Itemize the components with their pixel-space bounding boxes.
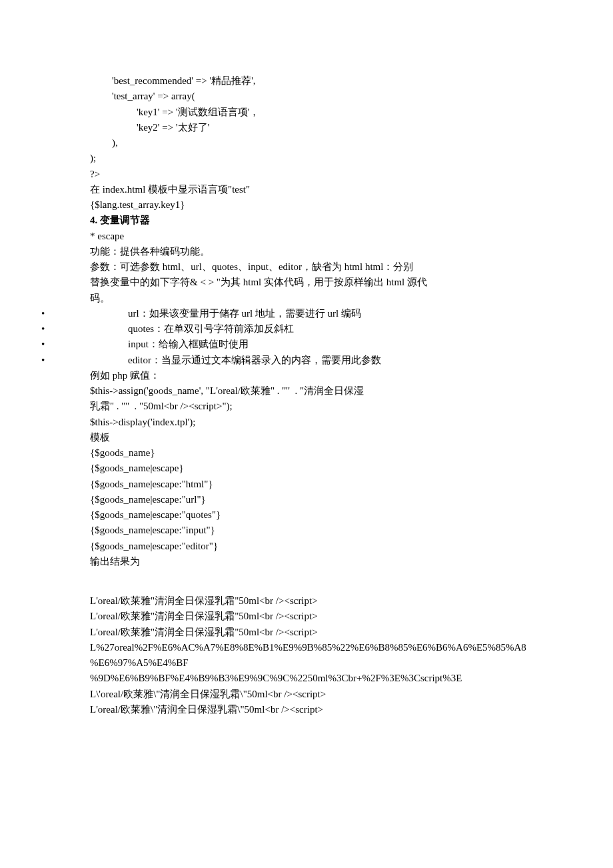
text-line: 功能：提供各种编码功能。 — [40, 244, 573, 259]
output-line: %9D%E6%B9%BF%E4%B9%B3%E9%9C%9C%2250ml%3C… — [40, 671, 573, 686]
text-line: 模板 — [40, 430, 573, 445]
text-line: 替换变量中的如下字符& < > "为其 html 实体代码，用于按原样输出 ht… — [40, 275, 573, 290]
code-line: $this->display('index.tpl'); — [40, 415, 573, 430]
output-line: L'oreal/欧莱雅"清润全日保湿乳霜"50ml<br /><script> — [40, 625, 573, 640]
spacer — [40, 569, 573, 593]
code-line: ), — [40, 135, 573, 151]
list-item-label: url：如果该变量用于储存 url 地址，需要进行 url 编码 — [55, 306, 361, 321]
code-line: ?> — [40, 167, 573, 182]
text-line: * escape — [40, 229, 573, 244]
list-item: • quotes：在单双引号字符前添加反斜杠 — [40, 321, 573, 337]
code-line: $this->assign('goods_name', "L'oreal/欧莱雅… — [40, 383, 573, 399]
output-line: %E6%97%A5%E4%BF — [40, 655, 573, 671]
bullet-icon: • — [40, 337, 55, 352]
code-line: 'key2' => '太好了' — [40, 120, 573, 135]
code-line: {$goods_name} — [40, 445, 573, 461]
code-line: {$goods_name|escape} — [40, 461, 573, 476]
list-item: • input：给输入框赋值时使用 — [40, 337, 573, 352]
code-line: 'best_recommended' => '精品推荐', — [40, 73, 573, 89]
list-item-label: quotes：在单双引号字符前添加反斜杠 — [55, 321, 294, 337]
text-line: 输出结果为 — [40, 554, 573, 569]
text-line: 例如 php 赋值： — [40, 368, 573, 383]
code-line: 乳霜" . '"' . "50ml<br /><script>"); — [40, 399, 573, 414]
bullet-icon: • — [40, 306, 55, 321]
code-line: 'key1' => '测试数组语言项'， — [40, 105, 573, 120]
list-item-label: editor：当显示通过文本编辑器录入的内容，需要用此参数 — [55, 353, 381, 368]
list-item-label: input：给输入框赋值时使用 — [55, 337, 249, 352]
list-item: • url：如果该变量用于储存 url 地址，需要进行 url 编码 — [40, 306, 573, 321]
output-line: L'oreal/欧莱雅"清润全日保湿乳霜"50ml<br /><script> — [40, 609, 573, 624]
bullet-icon: • — [40, 353, 55, 368]
list-item: • editor：当显示通过文本编辑器录入的内容，需要用此参数 — [40, 353, 573, 368]
text-line: 在 index.html 模板中显示语言项"test" — [40, 182, 573, 197]
output-line: L'oreal/欧莱雅\"清润全日保湿乳霜\"50ml<br /><script… — [40, 702, 573, 717]
output-line: L'oreal/欧莱雅"清润全日保湿乳霜"50ml<br /><script> — [40, 593, 573, 609]
section-heading: 4. 变量调节器 — [40, 213, 573, 228]
text-line: 码。 — [40, 291, 573, 306]
code-line: {$goods_name|escape:"url"} — [40, 492, 573, 507]
bullet-icon: • — [40, 321, 55, 337]
code-line: {$goods_name|escape:"html"} — [40, 477, 573, 492]
code-line: {$lang.test_array.key1} — [40, 197, 573, 213]
output-line: L\'oreal/欧莱雅\"清润全日保湿乳霜\"50ml<br /><scrip… — [40, 687, 573, 702]
code-line: ); — [40, 151, 573, 166]
code-line: {$goods_name|escape:"editor"} — [40, 539, 573, 554]
code-line: {$goods_name|escape:"quotes"} — [40, 507, 573, 523]
code-line: 'test_array' => array( — [40, 89, 573, 104]
text-line: 参数：可选参数 html、url、quotes、input、editor，缺省为… — [40, 259, 573, 275]
code-line: {$goods_name|escape:"input"} — [40, 523, 573, 538]
output-line: L%27oreal%2F%E6%AC%A7%E8%8E%B1%E9%9B%85%… — [40, 640, 573, 655]
document-page: 'best_recommended' => '精品推荐', 'test_arra… — [0, 0, 613, 868]
